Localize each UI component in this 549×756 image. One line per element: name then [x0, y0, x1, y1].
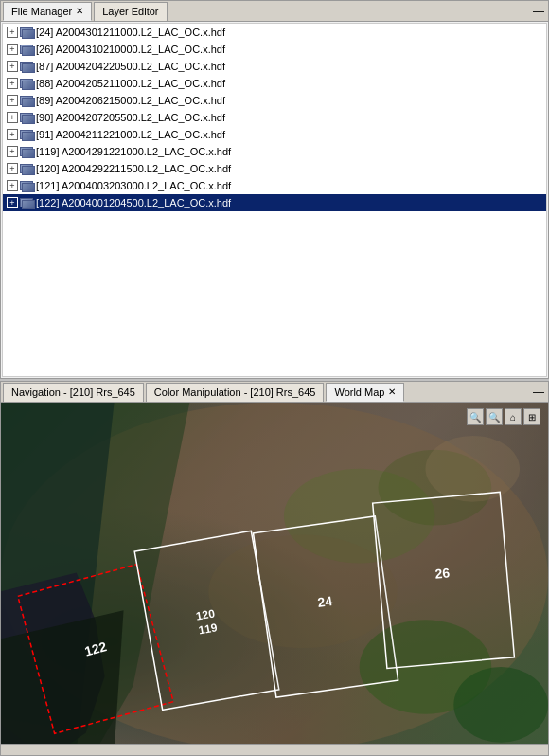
expand-icon[interactable]: + — [7, 95, 18, 106]
layer-icon — [20, 130, 33, 139]
tab-navigation-label: Navigation - [210] Rrs_645 — [11, 387, 135, 398]
overlay-svg: 122 120 119 24 26 — [1, 403, 548, 744]
expand-icon[interactable]: + — [7, 112, 18, 123]
bottom-panel-minimize[interactable]: — — [531, 385, 546, 400]
tab-color-manipulation-label: Color Manipulation - [210] Rrs_645 — [154, 387, 316, 398]
tab-file-manager-close[interactable]: ✕ — [76, 6, 83, 16]
file-item[interactable]: +[121] A2004003203000.L2_LAC_OC.x.hdf — [3, 177, 546, 194]
tab-file-manager[interactable]: File Manager ✕ — [3, 2, 92, 21]
expand-icon[interactable]: + — [7, 129, 18, 140]
layer-icon — [20, 198, 33, 207]
file-item[interactable]: +[119] A2004291221000.L2_LAC_OC.x.hdf — [3, 143, 546, 160]
file-item[interactable]: +[122] A2004001204500.L2_LAC_OC.x.hdf — [3, 194, 546, 211]
expand-icon[interactable]: + — [7, 61, 18, 72]
layer-icon — [20, 147, 33, 156]
zoom-out-button[interactable]: 🔍 — [486, 408, 503, 425]
map-toolbar: 🔍 🔍 ⌂ ⊞ — [467, 408, 540, 425]
file-label: [87] A2004204220500.L2_LAC_OC.x.hdf — [36, 61, 225, 72]
file-label: [90] A2004207205500.L2_LAC_OC.x.hdf — [36, 112, 225, 123]
layer-icon — [20, 113, 33, 122]
file-label: [91] A2004211221000.L2_LAC_OC.x.hdf — [36, 129, 225, 140]
label-26: 26 — [434, 565, 451, 581]
zoom-in-button[interactable]: 🔍 — [467, 408, 484, 425]
expand-icon[interactable]: + — [7, 197, 18, 208]
file-label: [89] A2004206215000.L2_LAC_OC.x.hdf — [36, 95, 225, 106]
expand-icon[interactable]: + — [7, 180, 18, 191]
tab-layer-editor-label: Layer Editor — [102, 6, 158, 17]
file-item[interactable]: +[120] A2004292211500.L2_LAC_OC.x.hdf — [3, 160, 546, 177]
expand-icon[interactable]: + — [7, 163, 18, 174]
expand-icon[interactable]: + — [7, 27, 18, 38]
tab-world-map-close[interactable]: ✕ — [388, 387, 396, 397]
top-tab-bar: File Manager ✕ Layer Editor — — [1, 1, 548, 22]
file-item[interactable]: +[87] A2004204220500.L2_LAC_OC.x.hdf — [3, 58, 546, 75]
tab-color-manipulation[interactable]: Color Manipulation - [210] Rrs_645 — [146, 383, 325, 402]
tab-layer-editor[interactable]: Layer Editor — [94, 2, 167, 21]
home-button[interactable]: ⌂ — [505, 408, 522, 425]
tab-world-map-label: World Map — [334, 387, 384, 398]
file-label: [88] A2004205211000.L2_LAC_OC.x.hdf — [36, 78, 225, 89]
file-item[interactable]: +[88] A2004205211000.L2_LAC_OC.x.hdf — [3, 75, 546, 92]
layer-icon — [20, 27, 33, 37]
layer-icon — [20, 79, 33, 88]
tab-world-map[interactable]: World Map ✕ — [326, 383, 404, 402]
label-24: 24 — [316, 593, 333, 610]
tab-navigation[interactable]: Navigation - [210] Rrs_645 — [3, 383, 144, 402]
file-item[interactable]: +[89] A2004206215000.L2_LAC_OC.x.hdf — [3, 92, 546, 109]
file-item[interactable]: +[24] A2004301211000.L2_LAC_OC.x.hdf — [3, 24, 546, 41]
expand-icon[interactable]: + — [7, 44, 18, 55]
world-map-panel: Navigation - [210] Rrs_645 Color Manipul… — [0, 381, 549, 756]
file-label: [120] A2004292211500.L2_LAC_OC.x.hdf — [36, 163, 231, 174]
world-map-content[interactable]: 🔍 🔍 ⌂ ⊞ 122 120 119 24 26 — [1, 403, 548, 744]
layer-icon — [20, 62, 33, 71]
layer-icon — [20, 45, 33, 54]
file-item[interactable]: +[91] A2004211221000.L2_LAC_OC.x.hdf — [3, 126, 546, 143]
bottom-tab-bar: Navigation - [210] Rrs_645 Color Manipul… — [1, 382, 548, 403]
scrollbar[interactable] — [1, 744, 548, 755]
tab-file-manager-label: File Manager — [11, 6, 72, 17]
file-item[interactable]: +[26] A2004310210000.L2_LAC_OC.x.hdf — [3, 41, 546, 58]
layer-icon — [20, 164, 33, 173]
layer-icon — [20, 96, 33, 105]
file-label: [24] A2004301211000.L2_LAC_OC.x.hdf — [36, 27, 225, 38]
file-manager-panel: File Manager ✕ Layer Editor — +[24] A200… — [0, 0, 549, 379]
file-item[interactable]: +[90] A2004207205500.L2_LAC_OC.x.hdf — [3, 109, 546, 126]
layer-icon — [20, 181, 33, 190]
file-list: +[24] A2004301211000.L2_LAC_OC.x.hdf+[26… — [2, 23, 547, 377]
file-label: [122] A2004001204500.L2_LAC_OC.x.hdf — [36, 197, 231, 208]
fit-button[interactable]: ⊞ — [523, 408, 540, 425]
file-label: [121] A2004003203000.L2_LAC_OC.x.hdf — [36, 180, 231, 191]
top-panel-minimize[interactable]: — — [531, 4, 546, 19]
expand-icon[interactable]: + — [7, 146, 18, 157]
expand-icon[interactable]: + — [7, 78, 18, 89]
file-label: [26] A2004310210000.L2_LAC_OC.x.hdf — [36, 44, 225, 55]
file-label: [119] A2004291221000.L2_LAC_OC.x.hdf — [36, 146, 231, 157]
